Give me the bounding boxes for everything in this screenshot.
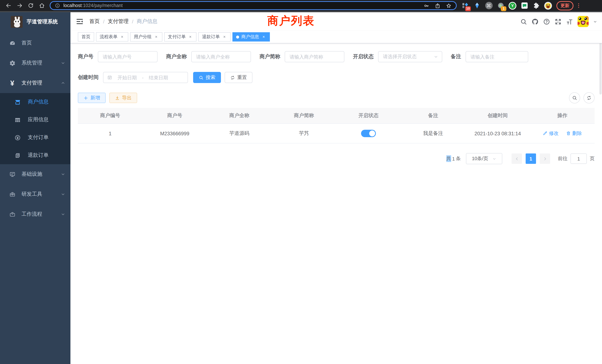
tab-process-form[interactable]: 流程表单× <box>96 32 128 42</box>
monitor-icon <box>8 171 16 177</box>
end-date-input[interactable] <box>146 75 171 80</box>
extension-chat-icon[interactable] <box>520 2 528 10</box>
prev-page-button[interactable] <box>512 153 522 164</box>
sidebar-item-payment[interactable]: ¥ 支付管理 <box>0 73 70 93</box>
short-name-input[interactable] <box>285 51 344 62</box>
extension-blocks-icon[interactable]: 10 <box>461 2 469 10</box>
yen-circle-icon <box>13 134 22 141</box>
close-icon[interactable]: × <box>188 34 193 39</box>
merchant-no-input[interactable] <box>98 51 158 62</box>
tab-label: 商户信息 <box>241 34 259 40</box>
sidebar-item-home[interactable]: 首页 <box>0 33 70 53</box>
sidebar: 芋道管理系统 首页 系统管理 ¥ 支付管理 <box>0 12 70 364</box>
bookmark-star-icon[interactable] <box>446 3 452 8</box>
breadcrumb: 首页 / 支付管理 / 商户信息 <box>89 18 158 25</box>
full-name-input[interactable] <box>191 51 251 62</box>
browser-update-button[interactable]: 更新 <box>556 1 573 10</box>
download-icon <box>115 96 120 100</box>
site-info-icon[interactable] <box>55 3 60 8</box>
extension-badge: 1 <box>501 6 506 11</box>
breadcrumb-payment[interactable]: 支付管理 <box>108 18 129 25</box>
delete-link[interactable]: 删除 <box>566 130 582 137</box>
remark-input[interactable] <box>466 51 528 62</box>
sidebar-item-pay-order[interactable]: 支付订单 <box>0 129 70 146</box>
browser-toolbar: localhost:1024/pay/merchant 10 ⌘ 1 Y 更新 <box>0 0 602 12</box>
next-page-button[interactable] <box>540 153 550 164</box>
github-icon[interactable] <box>532 18 539 25</box>
status-label: 开启状态 <box>353 53 374 60</box>
close-icon[interactable]: × <box>222 34 227 39</box>
sidebar-item-label: 首页 <box>22 40 32 46</box>
merchant-table: 商户编号 商户号 商户全称 商户简称 开启状态 备注 创建时间 操作 1 <box>78 108 595 143</box>
total-count: 1 <box>452 156 455 161</box>
user-avatar[interactable] <box>578 16 589 27</box>
sidebar-item-infrastructure[interactable]: 基础设施 <box>0 164 70 184</box>
extension-gem-icon[interactable] <box>473 2 481 10</box>
sidebar-collapse-icon[interactable] <box>76 18 83 25</box>
breadcrumb-home[interactable]: 首页 <box>89 18 100 25</box>
browser-menu-icon[interactable] <box>576 3 582 9</box>
breadcrumb-separator: / <box>103 19 105 24</box>
tab-refund-order[interactable]: 退款订单× <box>198 32 231 42</box>
dashboard-gauge-icon <box>8 40 16 46</box>
page-size-select[interactable]: 10条/页 <box>466 153 502 164</box>
profile-emoji-avatar[interactable] <box>544 2 552 10</box>
extension-camera-icon[interactable]: 1 <box>497 2 505 10</box>
font-size-icon[interactable] <box>566 18 573 25</box>
full-name-label: 商户全称 <box>166 53 187 60</box>
search-icon[interactable] <box>520 18 527 25</box>
close-icon[interactable]: × <box>261 34 266 39</box>
edit-link[interactable]: 修改 <box>543 130 559 137</box>
address-bar[interactable]: localhost:1024/pay/merchant <box>50 1 457 10</box>
refresh-table-button[interactable] <box>583 92 595 103</box>
status-select[interactable]: 请选择开启状态 <box>378 51 442 62</box>
close-icon[interactable]: × <box>120 34 125 39</box>
password-key-icon[interactable] <box>424 3 429 8</box>
share-icon[interactable] <box>435 3 440 8</box>
extensions-puzzle-icon[interactable] <box>532 2 540 10</box>
tab-label: 用户分组 <box>134 34 152 40</box>
calendar-icon <box>107 75 112 80</box>
add-button[interactable]: 新增 <box>78 93 106 103</box>
close-icon[interactable]: × <box>154 34 159 39</box>
browser-reload-button[interactable] <box>25 1 36 10</box>
arrow-left-icon <box>514 156 519 161</box>
search-icon <box>572 95 577 100</box>
sidebar-item-app-info[interactable]: 应用信息 <box>0 111 70 129</box>
goto-page-input[interactable] <box>570 153 587 164</box>
extension-command-icon[interactable]: ⌘ <box>485 2 493 10</box>
avatar-caret-down-icon[interactable] <box>593 20 597 23</box>
reset-button[interactable]: 重置 <box>225 72 252 83</box>
sidebar-item-dev-tools[interactable]: 研发工具 <box>0 184 70 204</box>
sidebar-item-label: 退款订单 <box>28 152 49 159</box>
help-icon[interactable] <box>543 18 550 25</box>
table-toolbar: 新增 导出 <box>78 92 595 103</box>
create-time-range-picker[interactable]: - <box>103 72 188 83</box>
sidebar-item-system[interactable]: 系统管理 <box>0 53 70 73</box>
browser-back-button[interactable] <box>3 1 14 10</box>
tab-label: 首页 <box>82 34 90 40</box>
fullscreen-icon[interactable] <box>555 18 562 25</box>
tab-merchant-info-active[interactable]: 商户信息× <box>232 32 270 42</box>
reset-button-label: 重置 <box>237 74 247 81</box>
chevron-down-icon <box>61 172 65 176</box>
tab-pay-order[interactable]: 支付订单× <box>164 32 196 42</box>
show-search-toggle-button[interactable] <box>569 92 580 103</box>
page-1-button[interactable]: 1 <box>526 153 536 164</box>
browser-forward-button[interactable] <box>14 1 25 10</box>
sidebar-item-workflow[interactable]: 工作流程 <box>0 204 70 224</box>
export-button-label: 导出 <box>122 95 132 101</box>
search-button[interactable]: 搜索 <box>193 72 221 83</box>
tab-user-group[interactable]: 用户分组× <box>130 32 162 42</box>
document-icon <box>13 152 22 159</box>
browser-home-button[interactable] <box>36 1 47 10</box>
sidebar-item-refund-order[interactable]: 退款订单 <box>0 146 70 164</box>
extension-y-icon[interactable]: Y <box>509 2 516 10</box>
page-content: 商户号 商户全称 商户简称 开启状态 请选择开启状态 <box>70 43 602 364</box>
tab-home[interactable]: 首页 <box>78 32 94 42</box>
status-toggle[interactable] <box>361 130 376 137</box>
sidebar-item-merchant-info[interactable]: 商户信息 <box>0 93 70 111</box>
start-date-input[interactable] <box>115 75 140 80</box>
export-button[interactable]: 导出 <box>109 93 137 103</box>
page-size-value: 10条/页 <box>472 155 488 162</box>
